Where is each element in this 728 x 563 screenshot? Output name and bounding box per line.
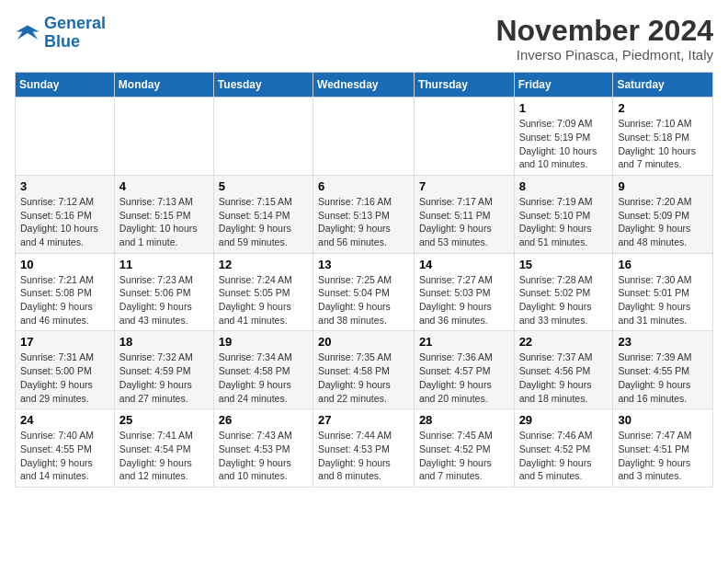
day-number: 2 [618,101,708,115]
calendar-cell: 21Sunrise: 7:36 AM Sunset: 4:57 PM Dayli… [414,331,514,409]
day-info: Sunrise: 7:27 AM Sunset: 5:03 PM Dayligh… [419,273,509,327]
calendar-cell: 8Sunrise: 7:19 AM Sunset: 5:10 PM Daylig… [514,175,613,253]
calendar-cell: 15Sunrise: 7:28 AM Sunset: 5:02 PM Dayli… [514,253,613,331]
day-info: Sunrise: 7:40 AM Sunset: 4:55 PM Dayligh… [20,429,109,483]
day-number: 20 [318,335,409,349]
day-info: Sunrise: 7:31 AM Sunset: 5:00 PM Dayligh… [20,350,109,405]
calendar-cell: 2Sunrise: 7:10 AM Sunset: 5:18 PM Daylig… [613,98,713,176]
day-info: Sunrise: 7:39 AM Sunset: 4:55 PM Dayligh… [618,350,708,405]
day-number: 5 [219,179,308,193]
day-number: 18 [119,335,209,349]
calendar-cell: 6Sunrise: 7:16 AM Sunset: 5:13 PM Daylig… [313,175,415,253]
day-number: 23 [618,335,708,349]
day-info: Sunrise: 7:47 AM Sunset: 4:51 PM Dayligh… [618,429,708,483]
day-info: Sunrise: 7:24 AM Sunset: 5:05 PM Dayligh… [219,273,308,327]
day-info: Sunrise: 7:32 AM Sunset: 4:59 PM Dayligh… [119,350,209,405]
weekday-header: Saturday [613,73,713,98]
day-number: 26 [219,413,308,427]
month-title: November 2024 [495,15,713,47]
weekday-header: Tuesday [213,73,313,98]
weekday-header: Friday [514,73,613,98]
day-number: 16 [618,258,708,271]
weekday-header: Thursday [414,73,514,98]
day-info: Sunrise: 7:44 AM Sunset: 4:53 PM Dayligh… [318,429,409,483]
logo: General Blue [15,15,106,52]
calendar-cell: 11Sunrise: 7:23 AM Sunset: 5:06 PM Dayli… [114,253,213,331]
calendar-cell: 12Sunrise: 7:24 AM Sunset: 5:05 PM Dayli… [213,253,313,331]
calendar-cell [414,98,514,176]
day-info: Sunrise: 7:46 AM Sunset: 4:52 PM Dayligh… [519,429,609,483]
day-info: Sunrise: 7:17 AM Sunset: 5:11 PM Dayligh… [419,195,509,249]
calendar-cell: 26Sunrise: 7:43 AM Sunset: 4:53 PM Dayli… [213,409,313,488]
calendar-cell: 22Sunrise: 7:37 AM Sunset: 4:56 PM Dayli… [514,331,613,409]
day-number: 6 [318,179,409,193]
day-number: 1 [519,101,609,115]
calendar-cell: 17Sunrise: 7:31 AM Sunset: 5:00 PM Dayli… [16,331,115,409]
calendar-week-row: 3Sunrise: 7:12 AM Sunset: 5:16 PM Daylig… [16,175,713,253]
calendar-week-row: 17Sunrise: 7:31 AM Sunset: 5:00 PM Dayli… [16,331,713,409]
calendar-cell: 18Sunrise: 7:32 AM Sunset: 4:59 PM Dayli… [114,331,213,409]
calendar-cell: 3Sunrise: 7:12 AM Sunset: 5:16 PM Daylig… [16,175,115,253]
calendar-cell: 19Sunrise: 7:34 AM Sunset: 4:58 PM Dayli… [213,331,313,409]
calendar-cell: 9Sunrise: 7:20 AM Sunset: 5:09 PM Daylig… [613,175,713,253]
day-number: 9 [618,179,708,193]
day-info: Sunrise: 7:36 AM Sunset: 4:57 PM Dayligh… [419,350,509,405]
day-number: 21 [419,335,509,349]
day-number: 28 [419,413,509,427]
day-number: 25 [119,413,209,427]
day-number: 15 [519,258,609,271]
page-header: General Blue November 2024 Inverso Pinas… [15,15,713,63]
weekday-header: Wednesday [313,73,415,98]
calendar-cell: 25Sunrise: 7:41 AM Sunset: 4:54 PM Dayli… [114,409,213,488]
day-info: Sunrise: 7:34 AM Sunset: 4:58 PM Dayligh… [219,350,308,405]
day-info: Sunrise: 7:30 AM Sunset: 5:01 PM Dayligh… [618,273,708,327]
day-number: 8 [519,179,609,193]
calendar-cell: 14Sunrise: 7:27 AM Sunset: 5:03 PM Dayli… [414,253,514,331]
logo-line1: General [44,14,106,32]
day-number: 30 [618,413,708,427]
calendar-cell: 4Sunrise: 7:13 AM Sunset: 5:15 PM Daylig… [114,175,213,253]
day-number: 3 [20,179,109,193]
svg-marker-0 [16,25,39,39]
calendar-cell: 24Sunrise: 7:40 AM Sunset: 4:55 PM Dayli… [16,409,115,488]
calendar-table: SundayMondayTuesdayWednesdayThursdayFrid… [15,72,713,488]
day-number: 14 [419,258,509,271]
day-number: 4 [119,179,209,193]
weekday-header: Sunday [16,73,115,98]
weekday-header: Monday [114,73,213,98]
day-info: Sunrise: 7:15 AM Sunset: 5:14 PM Dayligh… [219,195,308,249]
calendar-cell: 20Sunrise: 7:35 AM Sunset: 4:58 PM Dayli… [313,331,415,409]
logo-bird-icon [15,20,40,46]
day-number: 13 [318,258,409,271]
day-info: Sunrise: 7:19 AM Sunset: 5:10 PM Dayligh… [519,195,609,249]
day-number: 19 [219,335,308,349]
calendar-cell: 29Sunrise: 7:46 AM Sunset: 4:52 PM Dayli… [514,409,613,488]
day-info: Sunrise: 7:35 AM Sunset: 4:58 PM Dayligh… [318,350,409,405]
calendar-week-row: 10Sunrise: 7:21 AM Sunset: 5:08 PM Dayli… [16,253,713,331]
day-number: 11 [119,258,209,271]
day-number: 29 [519,413,609,427]
day-number: 27 [318,413,409,427]
day-info: Sunrise: 7:21 AM Sunset: 5:08 PM Dayligh… [20,273,109,327]
title-area: November 2024 Inverso Pinasca, Piedmont,… [495,15,713,63]
calendar-cell [213,98,313,176]
calendar-header-row: SundayMondayTuesdayWednesdayThursdayFrid… [16,73,713,98]
day-info: Sunrise: 7:28 AM Sunset: 5:02 PM Dayligh… [519,273,609,327]
calendar-cell [313,98,415,176]
location-subtitle: Inverso Pinasca, Piedmont, Italy [495,47,713,63]
logo-line2: Blue [44,32,80,51]
logo-text: General Blue [44,15,106,52]
calendar-week-row: 24Sunrise: 7:40 AM Sunset: 4:55 PM Dayli… [16,409,713,488]
calendar-cell: 27Sunrise: 7:44 AM Sunset: 4:53 PM Dayli… [313,409,415,488]
calendar-cell: 16Sunrise: 7:30 AM Sunset: 5:01 PM Dayli… [613,253,713,331]
calendar-cell: 23Sunrise: 7:39 AM Sunset: 4:55 PM Dayli… [613,331,713,409]
day-info: Sunrise: 7:41 AM Sunset: 4:54 PM Dayligh… [119,429,209,483]
day-info: Sunrise: 7:20 AM Sunset: 5:09 PM Dayligh… [618,195,708,249]
calendar-cell [16,98,115,176]
day-number: 7 [419,179,509,193]
calendar-cell: 28Sunrise: 7:45 AM Sunset: 4:52 PM Dayli… [414,409,514,488]
day-info: Sunrise: 7:12 AM Sunset: 5:16 PM Dayligh… [20,195,109,249]
calendar-week-row: 1Sunrise: 7:09 AM Sunset: 5:19 PM Daylig… [16,98,713,176]
day-info: Sunrise: 7:43 AM Sunset: 4:53 PM Dayligh… [219,429,308,483]
calendar-cell: 7Sunrise: 7:17 AM Sunset: 5:11 PM Daylig… [414,175,514,253]
